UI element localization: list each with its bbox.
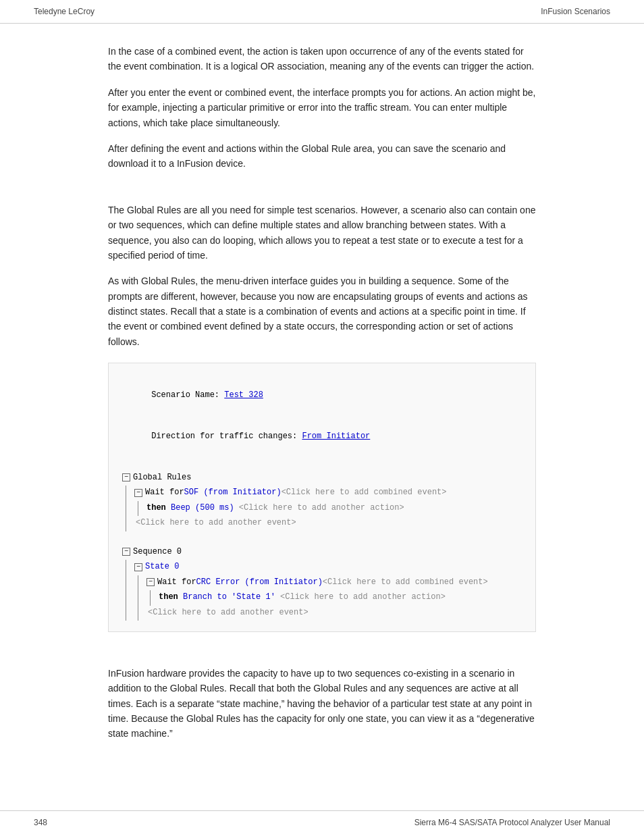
add-event-link[interactable]: <Click here to add another event> (136, 518, 296, 527)
paragraph-2: After you enter the event or combined ev… (108, 85, 536, 130)
scenario-label: Scenario Name: (151, 390, 224, 400)
wait-crc-row: − Wait for CRC Error (from Initiator) <C… (146, 575, 522, 589)
footer-title: Sierra M6-4 SAS/SATA Protocol Analyzer U… (414, 818, 610, 827)
then-keyword: then (146, 503, 171, 513)
add-event-link2[interactable]: <Click here to add another event> (148, 608, 308, 617)
direction-line: Direction for traffic changes: From Init… (122, 415, 522, 457)
sequence-label: Sequence 0 (133, 545, 182, 558)
sequence-block: − Sequence 0 − State 0 (122, 545, 522, 621)
footer-page-number: 348 (34, 818, 47, 827)
sof-value: SOF (from Initiator) (184, 486, 281, 499)
global-rules-collapse-icon[interactable]: − (122, 473, 130, 481)
wait-crc-label: Wait for (157, 575, 196, 589)
header-left: Teledyne LeCroy (34, 7, 95, 16)
paragraph-5: As with Global Rules, the menu-driven in… (108, 273, 536, 349)
then-branch-container: then Branch to 'State 1' <Click here to … (146, 590, 522, 605)
direction-label: Direction for traffic changes: (151, 432, 302, 441)
state0-children: − Wait for CRC Error (from Initiator) <C… (134, 575, 522, 621)
then-beep-row: then Beep (500 ms) <Click here to add an… (146, 501, 404, 515)
combined-event-link[interactable]: <Click here to add combined event> (281, 486, 447, 499)
branch-value: Branch to 'State 1' (183, 592, 275, 602)
header-right: InFusion Scenarios (541, 7, 610, 16)
global-rules-children: − Wait for SOF (from Initiator) <Click h… (122, 486, 522, 531)
state-label: State 0 (145, 560, 179, 573)
page-footer: 348 Sierra M6-4 SAS/SATA Protocol Analyz… (0, 810, 644, 834)
add-action-link2[interactable]: <Click here to add another action> (275, 592, 446, 602)
sequence-collapse-icon[interactable]: − (122, 548, 130, 556)
paragraph-4: The Global Rules are all you need for si… (108, 203, 536, 263)
scenario-name[interactable]: Test 328 (224, 390, 263, 400)
then-beep-container: then Beep (500 ms) <Click here to add an… (134, 501, 522, 516)
wait-sof-collapse-icon[interactable]: − (134, 489, 142, 497)
add-action-link[interactable]: <Click here to add another action> (234, 503, 404, 513)
paragraph-1: In the case of a combined event, the act… (108, 44, 536, 74)
beep-value: Beep (500 ms) (171, 503, 234, 513)
wait-sof-label: Wait for (145, 486, 184, 499)
then-branch-row: then Branch to 'State 1' <Click here to … (159, 590, 446, 604)
wait-sof-row: − Wait for SOF (from Initiator) <Click h… (134, 486, 522, 499)
add-event-row: <Click here to add another event> (134, 516, 522, 529)
code-block: Scenario Name: Test 328 Direction for tr… (108, 363, 536, 632)
paragraph-6: InFusion hardware provides the capacity … (108, 666, 536, 741)
add-event-row2: <Click here to add another event> (146, 606, 522, 619)
state0-collapse-icon[interactable]: − (134, 563, 142, 571)
wait-crc-collapse-icon[interactable]: − (146, 578, 155, 586)
direction-value[interactable]: From Initiator (302, 432, 370, 441)
page-content: In the case of a combined event, the act… (0, 24, 644, 773)
sequence-children: − State 0 − Wait for CRC Error (from Ini… (122, 560, 522, 621)
scenario-name-line: Scenario Name: Test 328 (122, 374, 522, 415)
crc-value: CRC Error (from Initiator) (196, 575, 323, 589)
page-header: Teledyne LeCroy InFusion Scenarios (0, 0, 644, 24)
then-keyword2: then (159, 592, 183, 602)
combined-event-link2[interactable]: <Click here to add combined event> (323, 575, 488, 589)
global-rules-block: − Global Rules − Wait for SOF (from Init… (122, 471, 522, 531)
global-rules-label: Global Rules (133, 471, 191, 484)
state0-row: − State 0 (134, 560, 522, 573)
paragraph-3: After defining the event and actions wit… (108, 141, 536, 172)
